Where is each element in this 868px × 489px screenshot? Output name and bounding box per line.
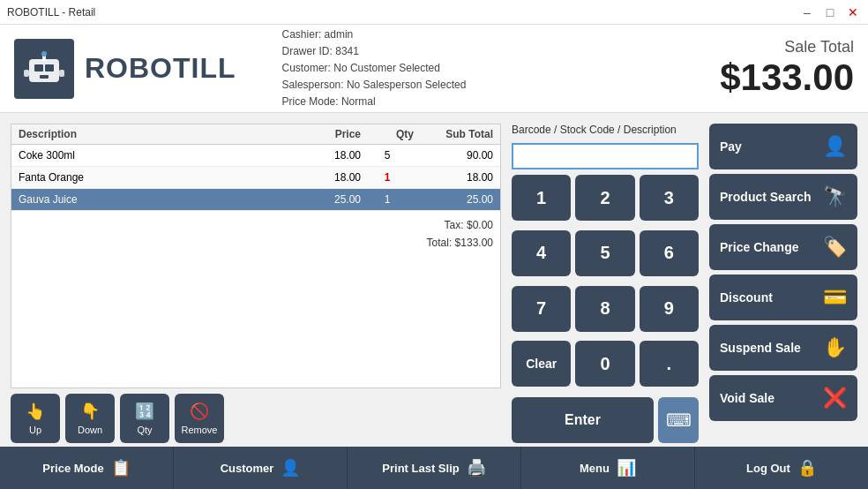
- pay-label: Pay: [720, 139, 742, 154]
- table-body: Coke 300ml 18.00 5 90.00 Fanta Orange 18…: [11, 145, 500, 211]
- enter-row: Enter ⌨: [512, 397, 699, 443]
- header: ROBOTILL Cashier: admin Drawer ID: 8341 …: [0, 25, 868, 113]
- qty-icon: 🔢: [135, 402, 154, 421]
- discount-button[interactable]: Discount 💳: [709, 275, 857, 320]
- cashier-value: admin: [325, 28, 354, 41]
- qty-button[interactable]: 🔢 Qty: [120, 394, 169, 443]
- up-icon: 👆: [26, 402, 45, 421]
- mid-panel: Barcode / Stock Code / Description 1 2 3…: [512, 113, 706, 447]
- cell-price-2: 25.00: [290, 193, 361, 206]
- svg-point-5: [41, 51, 47, 56]
- num-5-button[interactable]: 5: [575, 230, 634, 276]
- titlebar-controls: – □ ✕: [799, 4, 861, 20]
- discount-icon: 💳: [823, 286, 847, 309]
- minimize-button[interactable]: –: [799, 4, 815, 20]
- sale-total-label: Sale Total: [720, 38, 854, 56]
- cell-subtotal-1: 18.00: [414, 171, 493, 184]
- down-button[interactable]: 👇 Down: [65, 394, 115, 443]
- table-row[interactable]: Coke 300ml 18.00 5 90.00: [11, 145, 500, 167]
- price-change-button[interactable]: Price Change 🏷️: [709, 224, 857, 270]
- cell-qty-1: 1: [361, 171, 414, 184]
- customer-button[interactable]: Customer 👤: [174, 447, 348, 489]
- num-0-button[interactable]: 0: [575, 341, 634, 387]
- num-7-button[interactable]: 7: [512, 286, 571, 332]
- print-last-slip-button[interactable]: Print Last Slip 🖨️: [348, 447, 521, 489]
- svg-rect-1: [34, 64, 43, 71]
- print-last-slip-label: Print Last Slip: [382, 462, 459, 475]
- num-1-button[interactable]: 1: [512, 175, 571, 221]
- enter-button[interactable]: Enter: [512, 397, 654, 443]
- price-change-label: Price Change: [720, 240, 798, 254]
- discount-label: Discount: [720, 290, 773, 305]
- num-6-button[interactable]: 6: [640, 230, 699, 276]
- remove-label: Remove: [182, 425, 218, 435]
- num-2-button[interactable]: 2: [575, 175, 634, 221]
- total-label: Total:: [427, 237, 453, 249]
- suspend-sale-label: Suspend Sale: [720, 341, 801, 355]
- remove-button[interactable]: 🚫 Remove: [175, 394, 224, 443]
- total-value: $133.00: [455, 237, 493, 249]
- clear-button[interactable]: Clear: [512, 341, 571, 387]
- pay-button[interactable]: Pay 👤: [709, 124, 857, 169]
- cell-desc-2: Gauva Juice: [19, 193, 290, 206]
- customer-btn-label: Customer: [221, 462, 274, 475]
- salesperson-value: No Salesperson Selected: [347, 79, 466, 91]
- log-out-button[interactable]: Log Out 🔒: [695, 447, 868, 489]
- salesperson-label: Salesperson:: [282, 79, 344, 91]
- table-row[interactable]: Fanta Orange 18.00 1 18.00: [11, 167, 500, 189]
- cell-subtotal-2: 25.00: [414, 193, 493, 206]
- price-mode-value: Normal: [341, 95, 376, 108]
- menu-icon: 📊: [617, 458, 636, 478]
- logo-text: ROBOTILL: [85, 52, 236, 85]
- dot-button[interactable]: .: [640, 341, 699, 387]
- pay-icon: 👤: [823, 135, 847, 158]
- main-area: Description Price Qty Sub Total Coke 300…: [0, 113, 868, 447]
- suspend-sale-button[interactable]: Suspend Sale ✋: [709, 325, 857, 371]
- down-label: Down: [78, 425, 102, 435]
- titlebar-title: ROBOTILL - Retail: [7, 6, 95, 19]
- logo-box: [14, 39, 74, 99]
- remove-icon: 🚫: [190, 402, 209, 421]
- barcode-input[interactable]: [512, 143, 699, 169]
- void-sale-label: Void Sale: [720, 391, 774, 405]
- num-3-button[interactable]: 3: [640, 175, 699, 221]
- product-search-button[interactable]: Product Search 🔭: [709, 174, 857, 220]
- product-search-icon: 🔭: [823, 185, 847, 208]
- table-row[interactable]: Gauva Juice 25.00 1 25.00: [11, 189, 500, 211]
- barcode-label: Barcode / Stock Code / Description: [512, 124, 699, 136]
- log-out-icon: 🔒: [797, 458, 817, 478]
- price-mode-label: Price Mode:: [282, 95, 339, 108]
- cell-qty-2: 1: [361, 193, 414, 206]
- up-button[interactable]: 👆 Up: [11, 394, 60, 443]
- cell-desc-1: Fanta Orange: [19, 171, 290, 184]
- table-header: Description Price Qty Sub Total: [11, 124, 500, 145]
- num-4-button[interactable]: 4: [512, 230, 571, 276]
- price-mode-button[interactable]: Price Mode 📋: [0, 447, 174, 489]
- right-panel: Pay 👤 Product Search 🔭 Price Change 🏷️ D…: [706, 113, 868, 447]
- price-mode-btn-label: Price Mode: [42, 462, 103, 475]
- col-qty: Qty: [361, 128, 414, 140]
- logo-area: ROBOTILL Cashier: admin Drawer ID: 8341 …: [14, 26, 466, 111]
- customer-value: No Customer Selected: [333, 62, 440, 74]
- maximize-button[interactable]: □: [822, 4, 838, 20]
- bottom-toolbar: Price Mode 📋 Customer 👤 Print Last Slip …: [0, 447, 868, 489]
- svg-rect-7: [59, 70, 64, 77]
- customer-label: Customer:: [282, 62, 331, 74]
- price-mode-icon: 📋: [111, 458, 131, 478]
- col-price: Price: [290, 128, 361, 140]
- num-8-button[interactable]: 8: [575, 286, 634, 332]
- cashier-info: Cashier: admin Drawer ID: 8341 Customer:…: [282, 26, 467, 111]
- suspend-sale-icon: ✋: [823, 336, 847, 359]
- close-button[interactable]: ✕: [845, 4, 861, 20]
- drawer-label: Drawer ID:: [282, 45, 333, 57]
- void-sale-button[interactable]: Void Sale ❌: [709, 375, 857, 421]
- keyboard-button[interactable]: ⌨: [658, 397, 699, 443]
- svg-rect-2: [45, 64, 54, 71]
- num-9-button[interactable]: 9: [640, 286, 699, 332]
- svg-rect-6: [24, 70, 29, 77]
- cell-price-1: 18.00: [290, 171, 361, 184]
- menu-button[interactable]: Menu 📊: [521, 447, 695, 489]
- up-label: Up: [29, 425, 41, 435]
- cashier-label: Cashier:: [282, 28, 322, 41]
- cell-price-0: 18.00: [290, 149, 361, 162]
